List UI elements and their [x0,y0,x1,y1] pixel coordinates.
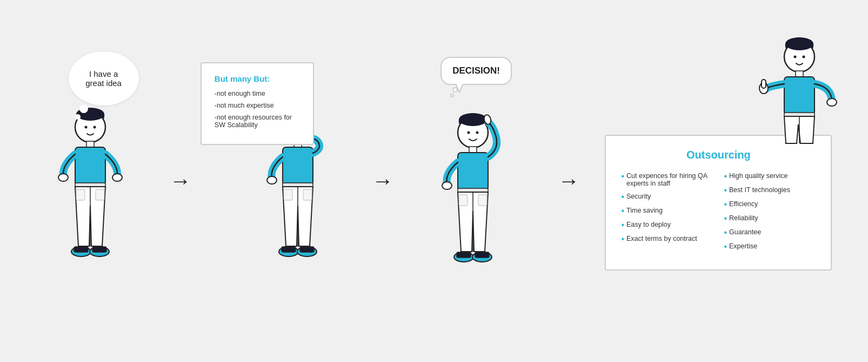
arrow2: → [372,169,393,193]
bullet-icon: • [724,228,727,237]
svg-point-6 [58,174,68,181]
outsourcing-item-5: • Exact terms by contract [621,235,713,243]
person1-figure [47,106,133,292]
step3: DECISION! [419,51,532,311]
bullet-icon: • [724,214,727,223]
step4: Outsourcing • Cut expences for hiring QA… [605,51,832,311]
info-card-item-3: -not enough resources for SW Scalability [215,114,300,129]
svg-rect-26 [303,189,312,200]
bullet-icon: • [724,186,727,195]
bullet-icon: • [621,193,624,201]
info-card-item-2: -not much expertise [215,102,300,109]
svg-point-50 [794,55,797,58]
svg-rect-29 [282,247,296,252]
outsourcing-item-8: • Efficiency [724,200,816,209]
svg-rect-42 [478,195,487,206]
svg-rect-21 [283,147,313,185]
bullet-icon: • [621,207,624,215]
bullet-icon: • [621,172,624,187]
svg-rect-53 [784,77,814,115]
svg-rect-31 [300,247,314,252]
thought-bubble: I have a great idea [69,51,139,106]
outsourcing-item-10: • Guarantee [724,228,816,237]
outsourcing-item-11: • Expertise [724,242,816,251]
outsourcing-item-9: • Reliability [724,214,816,223]
svg-rect-5 [75,147,105,185]
svg-rect-55 [762,80,766,88]
scene: I have a great idea [12,8,856,354]
svg-rect-41 [459,195,468,206]
svg-point-2 [84,126,87,128]
bullet-icon: • [724,242,727,251]
svg-point-34 [468,131,470,134]
svg-point-22 [267,176,277,184]
arrow3: → [558,169,579,193]
svg-rect-25 [284,189,292,200]
svg-rect-37 [458,153,488,190]
svg-rect-13 [74,247,88,252]
svg-rect-10 [96,189,104,200]
person3-figure [430,111,522,297]
svg-rect-9 [76,189,85,200]
step2: But many But: -not enough time -not much… [217,51,346,311]
svg-point-51 [803,55,805,58]
decision-bubble: DECISION! [440,57,512,97]
svg-rect-45 [457,252,471,258]
info-card-item-1: -not enough time [215,90,300,97]
arrow1: → [170,169,191,193]
svg-point-38 [442,182,452,189]
svg-point-56 [827,98,837,106]
svg-rect-47 [475,252,489,258]
outsourcing-item-2: • Security [621,193,713,201]
outsourcing-col-left: • Cut expences for hiring QA experts in … [621,172,713,256]
svg-point-35 [476,131,479,134]
bullet-icon: • [621,235,624,243]
bullet-icon: • [724,200,727,209]
outsourcing-item-3: • Time saving [621,207,713,215]
info-card-title: But many But: [215,74,300,83]
svg-point-3 [93,126,96,128]
bullet-icon: • [724,172,727,181]
info-card: But many But: -not enough time -not much… [201,62,314,145]
outsourcing-item-1: • Cut expences for hiring QA experts in … [621,172,713,187]
outsourcing-item-4: • Easy to deploy [621,221,713,229]
step1: I have a great idea [36,51,144,311]
person4-figure [756,35,843,189]
bullet-icon: • [621,221,624,229]
svg-point-7 [112,174,122,181]
svg-rect-15 [92,247,106,252]
